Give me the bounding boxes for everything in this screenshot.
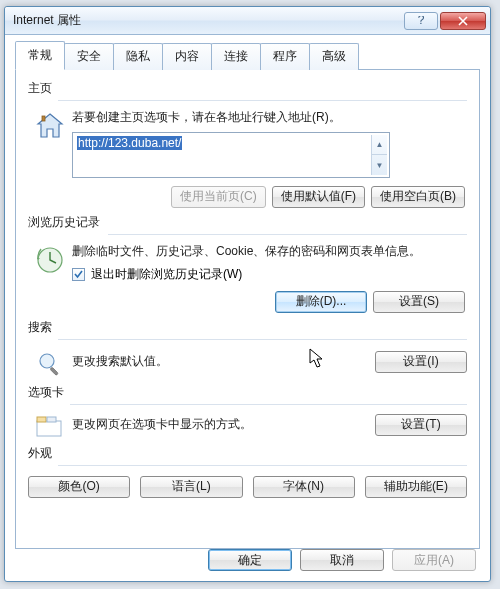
internet-properties-dialog: Internet 属性 ? 常规 安全 隐私 内容 连接 程序 高级 主页 [4,6,491,582]
tabs-settings-button[interactable]: 设置(T) [375,414,467,436]
svg-rect-1 [42,116,45,121]
fonts-button[interactable]: 字体(N) [253,476,355,498]
homepage-url-spinner[interactable]: ▲▼ [371,135,387,175]
languages-button[interactable]: 语言(L) [140,476,242,498]
use-blank-button[interactable]: 使用空白页(B) [371,186,465,208]
homepage-label: 主页 [28,80,467,97]
tab-connections[interactable]: 连接 [211,43,261,70]
homepage-desc: 若要创建主页选项卡，请在各地址行键入地址(R)。 [72,109,467,126]
svg-rect-6 [37,417,46,422]
tab-content[interactable]: 内容 [162,43,212,70]
group-tabs: 选项卡 更改网页在选项卡中显示的方式。 设置(T) [28,384,467,439]
search-label: 搜索 [28,319,467,336]
colors-button[interactable]: 颜色(O) [28,476,130,498]
tab-general[interactable]: 常规 [15,41,65,70]
delete-on-exit-label: 退出时删除浏览历史记录(W) [91,266,242,283]
delete-on-exit-checkbox[interactable] [72,268,85,281]
tab-privacy[interactable]: 隐私 [113,43,163,70]
titlebar[interactable]: Internet 属性 ? [5,7,490,35]
svg-text:?: ? [418,16,425,26]
use-default-button[interactable]: 使用默认值(F) [272,186,365,208]
accessibility-button[interactable]: 辅助功能(E) [365,476,467,498]
history-desc: 删除临时文件、历史记录、Cookie、保存的密码和网页表单信息。 [72,243,467,260]
homepage-url-value: http://123.duba.net/ [77,136,182,150]
homepage-url-input[interactable]: http://123.duba.net/ ▲▼ [72,132,390,178]
tabs-label: 选项卡 [28,384,467,401]
tab-strip: 常规 安全 隐私 内容 连接 程序 高级 [15,43,480,70]
svg-point-3 [40,354,54,368]
tabs-desc: 更改网页在选项卡中显示的方式。 [72,416,252,433]
svg-rect-4 [50,367,58,375]
use-current-button[interactable]: 使用当前页(C) [171,186,266,208]
search-settings-button[interactable]: 设置(I) [375,351,467,373]
ok-button[interactable]: 确定 [208,549,292,571]
home-icon [34,111,66,208]
help-button[interactable]: ? [404,12,438,30]
clock-icon [35,245,65,313]
group-homepage: 主页 若要创建主页选项卡，请在各地址行键入地址(R)。 http://123.d… [28,80,467,208]
svg-rect-5 [37,421,61,436]
svg-rect-7 [47,417,56,422]
delete-history-button[interactable]: 删除(D)... [275,291,367,313]
tab-advanced[interactable]: 高级 [309,43,359,70]
dialog-button-row: 确定 取消 应用(A) [208,549,476,571]
group-search: 搜索 更改搜索默认值。 设置(I) [28,319,467,378]
magnifier-icon [36,350,64,378]
apply-button[interactable]: 应用(A) [392,549,476,571]
title-text: Internet 属性 [13,12,402,29]
cancel-button[interactable]: 取消 [300,549,384,571]
tabs-icon [35,415,65,439]
close-button[interactable] [440,12,486,30]
search-desc: 更改搜索默认值。 [72,353,168,370]
group-history: 浏览历史记录 删除临时文件、历史记录、Cookie、保存的密码和网页表单信息。 [28,214,467,313]
history-label: 浏览历史记录 [28,214,467,231]
appearance-label: 外观 [28,445,467,462]
tab-security[interactable]: 安全 [64,43,114,70]
panel-general: 主页 若要创建主页选项卡，请在各地址行键入地址(R)。 http://123.d… [15,69,480,549]
tab-programs[interactable]: 程序 [260,43,310,70]
history-settings-button[interactable]: 设置(S) [373,291,465,313]
group-appearance: 外观 颜色(O) 语言(L) 字体(N) 辅助功能(E) [28,445,467,498]
